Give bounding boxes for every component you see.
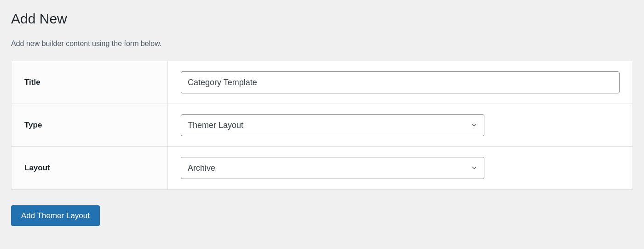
type-select[interactable]: Themer Layout (181, 114, 484, 136)
select-wrap: Archive (181, 157, 484, 179)
title-input[interactable] (181, 71, 620, 93)
type-label: Type (24, 121, 42, 130)
layout-select[interactable]: Archive (181, 157, 484, 179)
form-label-cell: Layout (12, 147, 168, 189)
form-row-title: Title (12, 61, 632, 104)
form-label-cell: Type (12, 104, 168, 146)
form-input-cell: Archive (168, 147, 632, 189)
layout-label: Layout (24, 163, 50, 173)
form-row-type: Type Themer Layout (12, 104, 632, 147)
select-wrap: Themer Layout (181, 114, 484, 136)
add-themer-layout-button[interactable]: Add Themer Layout (11, 205, 100, 226)
form-table: Title Type Themer Layout Layout (11, 61, 633, 190)
form-row-layout: Layout Archive (12, 147, 632, 189)
form-input-cell (168, 61, 632, 104)
page-title: Add New (11, 11, 633, 27)
page-description: Add new builder content using the form b… (11, 40, 633, 48)
form-input-cell: Themer Layout (168, 104, 632, 146)
submit-row: Add Themer Layout (11, 205, 633, 226)
form-label-cell: Title (12, 61, 168, 104)
title-label: Title (24, 78, 40, 87)
